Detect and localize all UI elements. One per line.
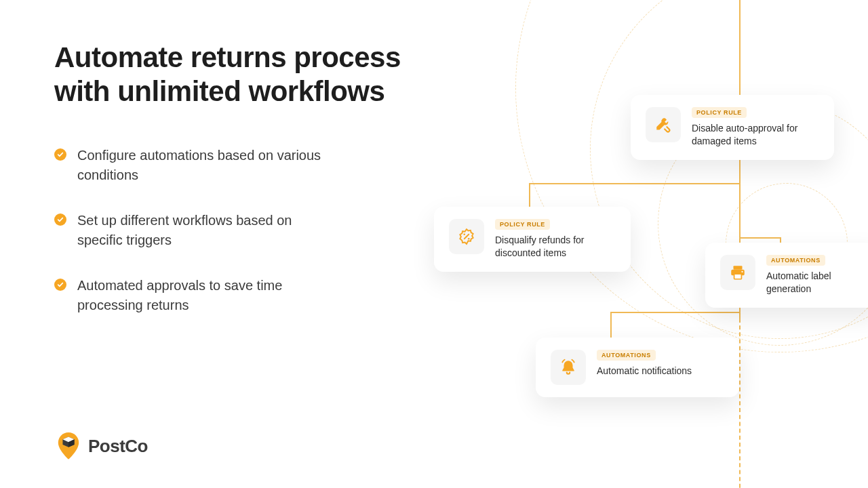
bullet-text: Set up different workflows based on spec… bbox=[77, 211, 339, 250]
workflow-card-auto-notify: AUTOMATIONS Automatic notifications bbox=[536, 338, 739, 397]
card-label: Disqualify refunds for discounted items bbox=[495, 234, 610, 260]
connector-line bbox=[739, 237, 780, 239]
bullet-item: Set up different workflows based on spec… bbox=[54, 211, 339, 250]
card-label: Disable auto-approval for damaged items bbox=[692, 122, 807, 148]
svg-point-5 bbox=[741, 271, 743, 272]
bullet-item: Automated approvals to save time process… bbox=[54, 276, 339, 315]
tag-policy-rule: POLICY RULE bbox=[495, 219, 550, 230]
tools-icon bbox=[646, 107, 681, 142]
discount-badge-icon bbox=[449, 219, 484, 254]
bell-icon bbox=[551, 350, 586, 385]
connector-line bbox=[529, 183, 530, 210]
postco-logo: PostCo bbox=[56, 431, 148, 461]
tag-automations: AUTOMATIONS bbox=[766, 255, 825, 266]
postco-logo-text: PostCo bbox=[88, 436, 148, 457]
connector-line bbox=[610, 312, 612, 339]
tag-policy-rule: POLICY RULE bbox=[692, 107, 747, 118]
check-icon bbox=[54, 148, 66, 161]
tag-automations: AUTOMATIONS bbox=[597, 350, 656, 361]
connector-line-dashed bbox=[739, 319, 741, 488]
printer-icon bbox=[720, 255, 755, 290]
workflow-diagram: POLICY RULE Disable auto-approval for da… bbox=[407, 0, 868, 488]
bullet-text: Configure automations based on various c… bbox=[77, 146, 339, 185]
postco-logo-icon bbox=[56, 431, 81, 461]
workflow-card-policy-damaged: POLICY RULE Disable auto-approval for da… bbox=[631, 95, 834, 160]
headline: Automate returns process with unlimited … bbox=[54, 41, 407, 108]
check-icon bbox=[54, 279, 66, 291]
bullet-list: Configure automations based on various c… bbox=[54, 146, 339, 315]
card-label: Automatic label generation bbox=[766, 270, 854, 296]
svg-point-1 bbox=[468, 238, 470, 240]
workflow-card-policy-discount: POLICY RULE Disqualify refunds for disco… bbox=[434, 207, 631, 272]
connector-line bbox=[529, 183, 739, 184]
check-icon bbox=[54, 214, 66, 226]
connector-line bbox=[610, 312, 741, 313]
svg-point-0 bbox=[463, 233, 465, 235]
card-label: Automatic notifications bbox=[597, 365, 692, 378]
workflow-card-auto-label: AUTOMATIONS Automatic label generation bbox=[705, 243, 868, 308]
marketing-slide: Automate returns process with unlimited … bbox=[0, 0, 868, 488]
bullet-text: Automated approvals to save time process… bbox=[77, 276, 339, 315]
svg-rect-4 bbox=[734, 274, 742, 279]
svg-rect-2 bbox=[734, 266, 743, 269]
bullet-item: Configure automations based on various c… bbox=[54, 146, 339, 185]
